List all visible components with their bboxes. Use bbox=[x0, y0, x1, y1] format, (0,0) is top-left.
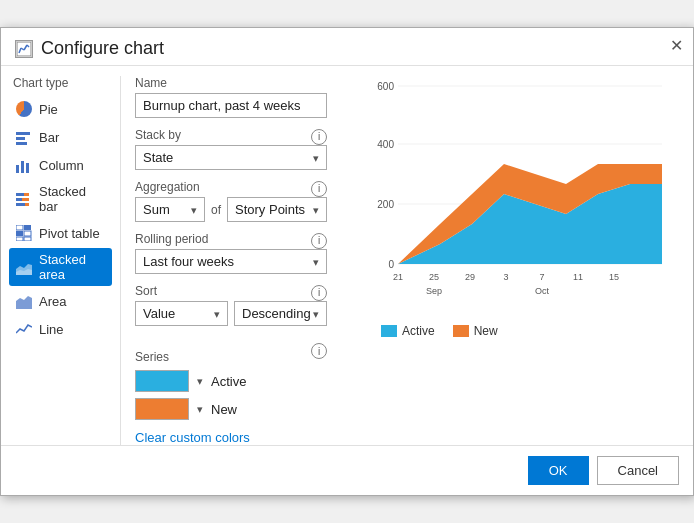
chart-type-pie[interactable]: Pie bbox=[9, 96, 112, 122]
aggregation-field-select[interactable]: Story Points Count bbox=[227, 197, 327, 222]
svg-rect-21 bbox=[16, 237, 23, 241]
svg-rect-14 bbox=[22, 198, 29, 201]
legend-item-new: New bbox=[453, 324, 498, 338]
x-label-7: 7 bbox=[539, 272, 544, 282]
legend-item-active: Active bbox=[381, 324, 435, 338]
y-axis-600: 600 bbox=[377, 81, 394, 92]
x-label-15: 15 bbox=[609, 272, 619, 282]
chart-type-stacked-bar[interactable]: Stacked bar bbox=[9, 180, 112, 218]
svg-rect-13 bbox=[16, 198, 22, 201]
legend-label-new: New bbox=[474, 324, 498, 338]
y-axis-0: 0 bbox=[388, 259, 394, 270]
ok-button[interactable]: OK bbox=[528, 456, 589, 485]
svg-rect-18 bbox=[24, 225, 31, 230]
x-month-oct: Oct bbox=[535, 286, 550, 296]
pivot-table-icon bbox=[15, 224, 33, 242]
dialog-title: Configure chart bbox=[41, 38, 164, 59]
clear-colors-link[interactable]: Clear custom colors bbox=[135, 430, 250, 445]
svg-rect-5 bbox=[16, 132, 30, 135]
aggregation-func-select[interactable]: Sum Count Average Min Max bbox=[135, 197, 205, 222]
chart-type-sidebar: Chart type Pie Bar bbox=[1, 76, 121, 445]
series-chevron-active[interactable]: ▾ bbox=[197, 375, 203, 388]
svg-rect-8 bbox=[16, 165, 19, 173]
series-chevron-new[interactable]: ▾ bbox=[197, 403, 203, 416]
series-item-new: ▾ New bbox=[135, 398, 327, 420]
area-chart-icon bbox=[15, 292, 33, 310]
stacked-bar-chart-icon bbox=[15, 190, 33, 208]
aggregation-fields-row: Sum Count Average Min Max of Story Point… bbox=[135, 197, 327, 222]
series-info-icon: i bbox=[311, 343, 327, 359]
aggregation-label: Aggregation bbox=[135, 180, 200, 194]
svg-rect-11 bbox=[16, 193, 24, 196]
svg-rect-9 bbox=[21, 161, 24, 173]
aggregation-func-select-wrapper: Sum Count Average Min Max bbox=[135, 197, 205, 222]
aggregation-field-select-wrapper: Story Points Count bbox=[227, 197, 327, 222]
chart-svg: 600 400 200 0 21 25 bbox=[351, 76, 683, 316]
stack-by-label: Stack by bbox=[135, 128, 181, 142]
svg-marker-25 bbox=[16, 296, 32, 309]
chart-type-bar[interactable]: Bar bbox=[9, 124, 112, 150]
chart-type-line[interactable]: Line bbox=[9, 316, 112, 342]
dialog-footer: OK Cancel bbox=[1, 445, 693, 495]
cancel-button[interactable]: Cancel bbox=[597, 456, 679, 485]
svg-rect-20 bbox=[24, 231, 31, 236]
dialog-icon bbox=[15, 40, 33, 58]
sort-label: Sort bbox=[135, 284, 157, 298]
sort-direction-select[interactable]: Descending Ascending bbox=[234, 301, 327, 326]
of-label: of bbox=[211, 203, 221, 217]
y-axis-200: 200 bbox=[377, 199, 394, 210]
x-month-sep: Sep bbox=[426, 286, 442, 296]
sort-fields-row: Value Label Descending Ascending bbox=[135, 301, 327, 326]
svg-rect-17 bbox=[16, 225, 23, 230]
rolling-period-select[interactable]: Last four weeks Last eight weeks Last tw… bbox=[135, 249, 327, 274]
line-chart-icon bbox=[15, 320, 33, 338]
series-name-active: Active bbox=[211, 374, 246, 389]
configure-chart-dialog: Configure chart ✕ Chart type Pie bbox=[0, 27, 694, 496]
config-panel: Name Stack by i State Assignee Priority … bbox=[121, 76, 341, 445]
aggregation-info-icon: i bbox=[311, 181, 327, 197]
stack-by-select-wrapper: State Assignee Priority Type bbox=[135, 145, 327, 170]
chart-canvas: 600 400 200 0 21 25 bbox=[351, 76, 683, 316]
svg-rect-7 bbox=[16, 142, 27, 145]
x-label-25: 25 bbox=[429, 272, 439, 282]
svg-rect-15 bbox=[16, 203, 25, 206]
stack-by-select[interactable]: State Assignee Priority Type bbox=[135, 145, 327, 170]
svg-rect-6 bbox=[16, 137, 25, 140]
chart-type-label: Chart type bbox=[9, 76, 112, 90]
column-chart-icon bbox=[15, 156, 33, 174]
name-input[interactable] bbox=[135, 93, 327, 118]
sort-info-icon: i bbox=[311, 285, 327, 301]
stack-by-info-icon: i bbox=[311, 129, 327, 145]
series-name-new: New bbox=[211, 402, 237, 417]
sort-field-select-wrapper: Value Label bbox=[135, 301, 228, 326]
series-color-new[interactable] bbox=[135, 398, 189, 420]
svg-rect-10 bbox=[26, 163, 29, 173]
stacked-area-chart-icon bbox=[15, 258, 33, 276]
series-color-active[interactable] bbox=[135, 370, 189, 392]
legend-swatch-active bbox=[381, 325, 397, 337]
sort-field-select[interactable]: Value Label bbox=[135, 301, 228, 326]
x-label-21: 21 bbox=[393, 272, 403, 282]
legend-label-active: Active bbox=[402, 324, 435, 338]
series-item-active: ▾ Active bbox=[135, 370, 327, 392]
close-button[interactable]: ✕ bbox=[670, 38, 683, 54]
chart-legend: Active New bbox=[381, 324, 683, 338]
svg-rect-19 bbox=[16, 231, 23, 236]
rolling-period-select-wrapper: Last four weeks Last eight weeks Last tw… bbox=[135, 249, 327, 274]
chart-type-area[interactable]: Area bbox=[9, 288, 112, 314]
sort-direction-select-wrapper: Descending Ascending bbox=[234, 301, 327, 326]
dialog-titlebar: Configure chart ✕ bbox=[1, 28, 693, 66]
chart-type-stacked-area[interactable]: Stacked area bbox=[9, 248, 112, 286]
rolling-period-info-icon: i bbox=[311, 233, 327, 249]
name-label: Name bbox=[135, 76, 327, 90]
legend-swatch-new bbox=[453, 325, 469, 337]
chart-type-column[interactable]: Column bbox=[9, 152, 112, 178]
dialog-body: Chart type Pie Bar bbox=[1, 66, 693, 445]
chart-type-pivot-table[interactable]: Pivot table bbox=[9, 220, 112, 246]
x-label-29: 29 bbox=[465, 272, 475, 282]
x-label-11: 11 bbox=[573, 272, 583, 282]
x-label-3: 3 bbox=[503, 272, 508, 282]
series-label: Series bbox=[135, 350, 169, 364]
svg-rect-16 bbox=[25, 203, 29, 206]
pie-chart-icon bbox=[15, 100, 33, 118]
